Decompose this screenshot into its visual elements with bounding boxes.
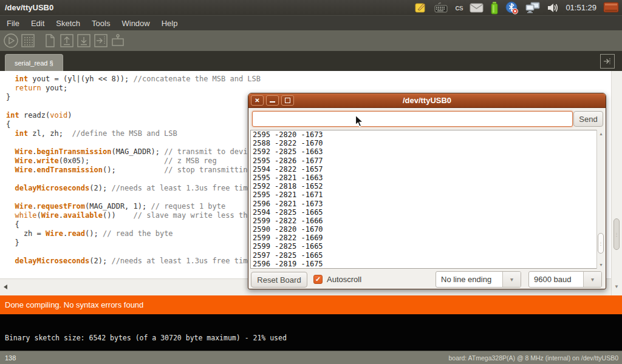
status-message: Done compiling. No syntax errors found: [5, 300, 143, 309]
tab-serial-read[interactable]: serial_read §: [5, 54, 63, 71]
board-info: board: ATmega328P(A) @ 8 MHz (internal) …: [448, 354, 618, 362]
serial-row: 2595 -2821 -1671: [251, 190, 604, 199]
save-sketch-button[interactable]: [75, 33, 92, 49]
line-ending-select[interactable]: No line ending ▾: [436, 271, 521, 288]
reset-board-button[interactable]: Reset Board: [251, 272, 307, 288]
reset-board-label: Reset Board: [257, 275, 301, 285]
code-line: [6, 193, 261, 202]
serial-output[interactable]: 2595 -2820 -16732588 -2822 -16702592 -28…: [250, 130, 604, 269]
serial-row: 2592 -2818 -1652: [251, 182, 604, 190]
code-line: [6, 102, 261, 111]
serial-row: 2594 -2822 -1657: [251, 165, 604, 174]
code-line: while(Wire.available()) // slave may wri…: [6, 211, 261, 220]
serial-row: 2588 -2822 -1670: [251, 139, 604, 147]
scroll-up-arrow-icon[interactable]: ▲: [599, 132, 603, 136]
send-label: Send: [579, 115, 597, 124]
serial-row: 2596 -2821 -1673: [251, 200, 604, 208]
mouse-cursor: [355, 115, 364, 128]
serial-monitor-titlebar[interactable]: ✕ /dev/ttyUSB0: [248, 93, 606, 108]
line-number-indicator: 138: [5, 354, 16, 362]
upload-button[interactable]: [92, 33, 109, 49]
serial-input[interactable]: [252, 111, 573, 127]
autoscroll-checkbox[interactable]: ✓: [313, 275, 323, 284]
tab-menu-button[interactable]: [600, 54, 615, 69]
indicator-area: cs 01:51:29: [414, 1, 622, 15]
serial-row: 2590 -2820 -1670: [251, 225, 604, 234]
screen: /dev/ttyUSB0 cs 01:51:: [0, 0, 622, 364]
baud-rate-value: 9600 baud: [529, 272, 583, 287]
tab-label: serial_read §: [15, 59, 53, 67]
scroll-left-arrow-icon[interactable]: [4, 285, 7, 289]
code-line: int yout = (yl|(yh << 8)); //concatenate…: [6, 75, 261, 84]
code-line: zh = Wire.read(); // read the byte: [6, 229, 261, 238]
chevron-down-icon[interactable]: ▾: [502, 272, 521, 287]
bluetooth-icon[interactable]: [505, 1, 519, 15]
status-bar: Done compiling. No syntax errors found: [0, 295, 622, 314]
menu-item-sketch[interactable]: Sketch: [54, 18, 82, 29]
chevron-down-icon[interactable]: ▾: [583, 272, 601, 287]
scrollbar-thumb[interactable]: ⋮: [613, 218, 620, 250]
line-ending-value: No line ending: [436, 272, 502, 287]
network-icon[interactable]: [525, 1, 541, 14]
open-sketch-button[interactable]: [58, 33, 75, 49]
menu-bar: FileEditSketchToolsWindowHelp: [0, 15, 622, 30]
code-line: Wire.beginTransmission(MAG_ADDR); // tra…: [6, 147, 261, 157]
clock-label[interactable]: 01:51:29: [566, 3, 596, 12]
code-line: delayMicroseconds(2); //needs at least 1…: [6, 184, 261, 193]
send-button[interactable]: Send: [573, 111, 603, 127]
serial-row: 2595 -2826 -1677: [251, 157, 604, 165]
editor-vertical-scrollbar[interactable]: ⋮ ▼: [611, 71, 622, 295]
serial-row: 2599 -2822 -1669: [251, 234, 604, 242]
code-line: }: [6, 93, 261, 102]
battery-icon[interactable]: [490, 1, 499, 15]
autoscroll-label[interactable]: Autoscroll: [327, 272, 361, 288]
serial-scrollbar-thumb[interactable]: ⋮: [598, 233, 604, 254]
serial-row: 2596 -2819 -1675: [251, 260, 604, 268]
scroll-down-arrow-icon[interactable]: ▼: [599, 263, 603, 267]
serial-row: 2594 -2825 -1665: [251, 208, 604, 217]
code-area[interactable]: int yout = (yl|(yh << 8)); //concatenate…: [6, 75, 261, 266]
code-line: Wire.endTransmission(); // stop transmit…: [6, 166, 261, 175]
menu-item-edit[interactable]: Edit: [29, 18, 46, 29]
keyboard-indicator-icon[interactable]: [434, 2, 448, 14]
code-line: [6, 138, 261, 147]
scroll-down-arrow-icon[interactable]: ▼: [614, 284, 619, 289]
code-line: int readz(void): [6, 111, 261, 120]
console: Binary sketch size: 6542 bytes (of a 307…: [0, 314, 622, 351]
code-line: Wire.requestFrom(MAG_ADDR, 1); // reques…: [6, 202, 261, 211]
mail-icon[interactable]: [470, 3, 484, 13]
toolbar: [0, 30, 622, 51]
check-icon: ✓: [315, 275, 321, 283]
code-line: int zl, zh; //define the MSB and LSB: [6, 129, 261, 138]
grip-icon: ⋮: [599, 243, 603, 244]
menu-item-window[interactable]: Window: [120, 18, 151, 29]
serial-monitor-title: /dev/ttyUSB0: [248, 96, 606, 105]
serial-scrollbar[interactable]: ▲ ⋮ ▼: [596, 130, 605, 269]
verify-button[interactable]: [2, 33, 19, 49]
code-line: [6, 175, 261, 184]
menu-item-file[interactable]: File: [5, 18, 21, 29]
code-line: }: [6, 238, 261, 248]
session-menu-icon[interactable]: [603, 2, 619, 14]
tab-bar: serial_read §: [0, 51, 622, 71]
menu-item-tools[interactable]: Tools: [90, 18, 112, 29]
serial-monitor-window: ✕ /dev/ttyUSB0 Send 2595 -2820 -16732588…: [248, 93, 606, 289]
desktop-panel: /dev/ttyUSB0 cs 01:51:: [0, 0, 622, 15]
serial-row: 2599 -2825 -1665: [251, 242, 604, 251]
serial-row: 2599 -2822 -1666: [251, 217, 604, 225]
note-icon[interactable]: [414, 1, 427, 14]
keyboard-layout-label[interactable]: cs: [455, 3, 463, 12]
baud-rate-select[interactable]: 9600 baud ▾: [528, 271, 602, 288]
volume-icon[interactable]: [547, 2, 559, 13]
serial-row: 2595 -2820 -1673: [251, 130, 604, 139]
menu-item-help[interactable]: Help: [160, 18, 180, 29]
code-line: {: [6, 120, 261, 129]
serial-row: 2595 -2821 -1663: [251, 174, 604, 182]
code-line: Wire.write(0x05); // z MSB reg: [6, 157, 261, 166]
stop-button[interactable]: [19, 33, 36, 49]
footer-bar: 138 board: ATmega328P(A) @ 8 MHz (intern…: [0, 351, 622, 364]
serial-row: 2592 -2825 -1663: [251, 147, 604, 156]
new-sketch-button[interactable]: [41, 33, 58, 49]
serial-monitor-button[interactable]: [109, 33, 126, 49]
grip-icon: ⋮: [615, 234, 619, 235]
